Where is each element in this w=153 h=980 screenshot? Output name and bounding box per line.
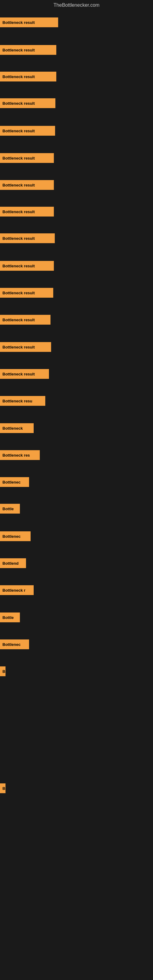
bottleneck-result-row[interactable]: Bottleneck result [0,45,56,55]
bottleneck-result-bar[interactable]: Bottleneck result [0,315,51,325]
bottleneck-result-row[interactable]: B [0,783,5,793]
bottleneck-result-row[interactable]: Bottleneck result [0,261,54,271]
bottleneck-result-row[interactable]: Bottleneck res [0,450,40,460]
bottleneck-result-row[interactable]: Bottlenec [0,531,30,541]
bottleneck-result-row[interactable]: Bottleneck result [0,288,53,298]
bottleneck-result-row[interactable]: Bottleneck [0,423,33,433]
bottleneck-result-bar[interactable]: Bottleneck result [0,288,53,298]
bottleneck-result-bar[interactable]: Bottleneck result [0,261,54,271]
bottleneck-result-bar[interactable]: Bottleneck result [0,180,54,190]
bottleneck-result-row[interactable]: Bottlenec [0,477,29,487]
bottleneck-result-bar[interactable]: Bottleneck resu [0,396,45,406]
bottleneck-result-bar[interactable]: Bottlenec [0,640,29,649]
bottleneck-result-row[interactable]: Bottleneck resu [0,396,45,406]
bottleneck-result-bar[interactable]: Bottlenec [0,531,30,541]
bottleneck-result-bar[interactable]: B [0,783,5,793]
bottleneck-result-row[interactable]: Bottleneck result [0,18,58,27]
bottleneck-result-row[interactable]: Bottlenec [0,640,29,649]
bottleneck-result-bar[interactable]: Bottleneck result [0,233,55,243]
bottleneck-result-bar[interactable]: Bottle [0,504,20,514]
bottleneck-result-bar[interactable]: B [0,667,5,676]
bottleneck-result-row[interactable]: Bottleneck result [0,207,54,216]
bottleneck-result-row[interactable]: Bottleneck result [0,98,56,108]
bottleneck-result-bar[interactable]: Bottleneck result [0,342,51,352]
bottleneck-result-bar[interactable]: Bottleneck res [0,450,40,460]
bottleneck-result-bar[interactable]: Bottlenec [0,477,29,487]
bottleneck-result-row[interactable]: Bottleneck result [0,233,55,243]
bottleneck-result-bar[interactable]: Bottleneck r [0,585,33,595]
bottleneck-result-bar[interactable]: Bottleneck result [0,369,49,379]
bottleneck-result-row[interactable]: Bottle [0,504,20,514]
bottleneck-result-row[interactable]: Bottleneck result [0,72,56,81]
bottleneck-result-row[interactable]: Bottleneck result [0,342,51,352]
bottleneck-result-bar[interactable]: Bottleneck result [0,18,58,27]
bottleneck-result-row[interactable]: Bottleneck result [0,153,54,163]
bottleneck-result-bar[interactable]: Bottleneck result [0,72,56,81]
bottleneck-result-bar[interactable]: Bottleneck result [0,45,56,55]
bottleneck-result-row[interactable]: Bottleneck result [0,369,49,379]
bottleneck-result-row[interactable]: Bottleneck r [0,585,33,595]
bottleneck-result-bar[interactable]: Bottleneck result [0,207,54,216]
bottleneck-result-bar[interactable]: Bottleneck result [0,98,56,108]
bottleneck-result-row[interactable]: Bottleneck result [0,315,51,325]
site-title: TheBottlenecker.com [0,0,153,9]
bottleneck-result-bar[interactable]: Bottleneck [0,423,33,433]
bottleneck-result-row[interactable]: Bottle [0,612,20,622]
bottleneck-result-bar[interactable]: Bottlend [0,558,26,568]
bottleneck-result-row[interactable]: B [0,667,5,676]
bottleneck-result-row[interactable]: Bottleneck result [0,180,54,190]
bottleneck-result-bar[interactable]: Bottleneck result [0,153,54,163]
bottleneck-result-bar[interactable]: Bottle [0,612,20,622]
bottleneck-result-row[interactable]: Bottleneck result [0,126,55,136]
bottleneck-result-row[interactable]: Bottlend [0,558,26,568]
bottleneck-result-bar[interactable]: Bottleneck result [0,126,55,136]
